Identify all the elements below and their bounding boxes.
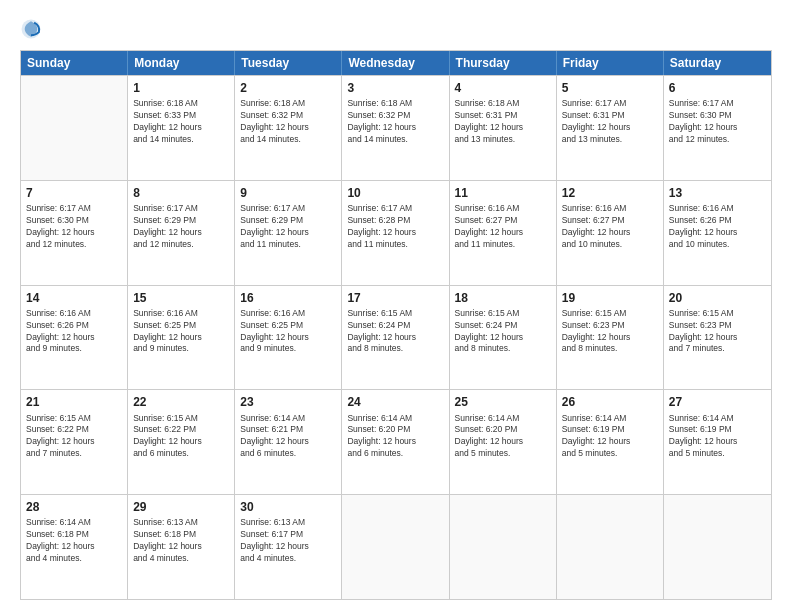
day-number: 26 [562,394,658,410]
cal-header-cell: Monday [128,51,235,75]
calendar-cell: 13Sunrise: 6:16 AM Sunset: 6:26 PM Dayli… [664,181,771,285]
logo-text [20,18,50,40]
calendar-cell: 22Sunrise: 6:15 AM Sunset: 6:22 PM Dayli… [128,390,235,494]
calendar-row: 21Sunrise: 6:15 AM Sunset: 6:22 PM Dayli… [21,389,771,494]
day-info: Sunrise: 6:18 AM Sunset: 6:33 PM Dayligh… [133,98,229,146]
calendar-header: SundayMondayTuesdayWednesdayThursdayFrid… [21,51,771,75]
day-info: Sunrise: 6:16 AM Sunset: 6:25 PM Dayligh… [133,308,229,356]
day-info: Sunrise: 6:14 AM Sunset: 6:19 PM Dayligh… [669,413,766,461]
calendar-cell: 29Sunrise: 6:13 AM Sunset: 6:18 PM Dayli… [128,495,235,599]
calendar-body: 1Sunrise: 6:18 AM Sunset: 6:33 PM Daylig… [21,75,771,599]
day-info: Sunrise: 6:16 AM Sunset: 6:26 PM Dayligh… [26,308,122,356]
calendar-cell: 30Sunrise: 6:13 AM Sunset: 6:17 PM Dayli… [235,495,342,599]
day-info: Sunrise: 6:14 AM Sunset: 6:20 PM Dayligh… [455,413,551,461]
day-info: Sunrise: 6:15 AM Sunset: 6:23 PM Dayligh… [562,308,658,356]
calendar-cell [664,495,771,599]
calendar-cell: 7Sunrise: 6:17 AM Sunset: 6:30 PM Daylig… [21,181,128,285]
logo-icon [20,18,42,40]
day-info: Sunrise: 6:16 AM Sunset: 6:25 PM Dayligh… [240,308,336,356]
calendar-cell: 11Sunrise: 6:16 AM Sunset: 6:27 PM Dayli… [450,181,557,285]
day-info: Sunrise: 6:14 AM Sunset: 6:21 PM Dayligh… [240,413,336,461]
day-number: 24 [347,394,443,410]
calendar: SundayMondayTuesdayWednesdayThursdayFrid… [20,50,772,600]
calendar-row: 14Sunrise: 6:16 AM Sunset: 6:26 PM Dayli… [21,285,771,390]
calendar-cell: 15Sunrise: 6:16 AM Sunset: 6:25 PM Dayli… [128,286,235,390]
day-info: Sunrise: 6:16 AM Sunset: 6:27 PM Dayligh… [455,203,551,251]
day-info: Sunrise: 6:17 AM Sunset: 6:31 PM Dayligh… [562,98,658,146]
day-number: 19 [562,290,658,306]
day-info: Sunrise: 6:15 AM Sunset: 6:22 PM Dayligh… [26,413,122,461]
calendar-cell: 16Sunrise: 6:16 AM Sunset: 6:25 PM Dayli… [235,286,342,390]
day-number: 4 [455,80,551,96]
day-number: 2 [240,80,336,96]
calendar-cell: 25Sunrise: 6:14 AM Sunset: 6:20 PM Dayli… [450,390,557,494]
day-info: Sunrise: 6:17 AM Sunset: 6:29 PM Dayligh… [133,203,229,251]
header [20,18,772,40]
calendar-cell: 27Sunrise: 6:14 AM Sunset: 6:19 PM Dayli… [664,390,771,494]
cal-header-cell: Wednesday [342,51,449,75]
day-info: Sunrise: 6:17 AM Sunset: 6:30 PM Dayligh… [669,98,766,146]
day-info: Sunrise: 6:18 AM Sunset: 6:32 PM Dayligh… [240,98,336,146]
cal-header-cell: Tuesday [235,51,342,75]
calendar-cell: 23Sunrise: 6:14 AM Sunset: 6:21 PM Dayli… [235,390,342,494]
day-info: Sunrise: 6:17 AM Sunset: 6:30 PM Dayligh… [26,203,122,251]
day-number: 1 [133,80,229,96]
day-number: 23 [240,394,336,410]
calendar-cell: 24Sunrise: 6:14 AM Sunset: 6:20 PM Dayli… [342,390,449,494]
day-info: Sunrise: 6:15 AM Sunset: 6:24 PM Dayligh… [455,308,551,356]
calendar-cell: 21Sunrise: 6:15 AM Sunset: 6:22 PM Dayli… [21,390,128,494]
cal-header-cell: Friday [557,51,664,75]
day-number: 22 [133,394,229,410]
day-info: Sunrise: 6:16 AM Sunset: 6:27 PM Dayligh… [562,203,658,251]
day-info: Sunrise: 6:14 AM Sunset: 6:20 PM Dayligh… [347,413,443,461]
calendar-cell: 10Sunrise: 6:17 AM Sunset: 6:28 PM Dayli… [342,181,449,285]
day-info: Sunrise: 6:17 AM Sunset: 6:29 PM Dayligh… [240,203,336,251]
day-number: 27 [669,394,766,410]
cal-header-cell: Thursday [450,51,557,75]
day-number: 15 [133,290,229,306]
day-number: 25 [455,394,551,410]
calendar-cell: 6Sunrise: 6:17 AM Sunset: 6:30 PM Daylig… [664,76,771,180]
day-number: 21 [26,394,122,410]
day-info: Sunrise: 6:14 AM Sunset: 6:19 PM Dayligh… [562,413,658,461]
cal-header-cell: Saturday [664,51,771,75]
day-number: 7 [26,185,122,201]
calendar-row: 28Sunrise: 6:14 AM Sunset: 6:18 PM Dayli… [21,494,771,599]
day-info: Sunrise: 6:18 AM Sunset: 6:31 PM Dayligh… [455,98,551,146]
calendar-cell: 26Sunrise: 6:14 AM Sunset: 6:19 PM Dayli… [557,390,664,494]
calendar-cell: 9Sunrise: 6:17 AM Sunset: 6:29 PM Daylig… [235,181,342,285]
day-info: Sunrise: 6:17 AM Sunset: 6:28 PM Dayligh… [347,203,443,251]
calendar-row: 7Sunrise: 6:17 AM Sunset: 6:30 PM Daylig… [21,180,771,285]
calendar-cell: 8Sunrise: 6:17 AM Sunset: 6:29 PM Daylig… [128,181,235,285]
day-number: 6 [669,80,766,96]
calendar-cell: 17Sunrise: 6:15 AM Sunset: 6:24 PM Dayli… [342,286,449,390]
calendar-cell: 1Sunrise: 6:18 AM Sunset: 6:33 PM Daylig… [128,76,235,180]
day-number: 10 [347,185,443,201]
calendar-cell: 14Sunrise: 6:16 AM Sunset: 6:26 PM Dayli… [21,286,128,390]
day-info: Sunrise: 6:16 AM Sunset: 6:26 PM Dayligh… [669,203,766,251]
day-number: 5 [562,80,658,96]
calendar-cell: 4Sunrise: 6:18 AM Sunset: 6:31 PM Daylig… [450,76,557,180]
day-number: 13 [669,185,766,201]
calendar-cell [557,495,664,599]
day-number: 29 [133,499,229,515]
day-number: 3 [347,80,443,96]
day-info: Sunrise: 6:15 AM Sunset: 6:24 PM Dayligh… [347,308,443,356]
calendar-cell: 18Sunrise: 6:15 AM Sunset: 6:24 PM Dayli… [450,286,557,390]
calendar-cell: 5Sunrise: 6:17 AM Sunset: 6:31 PM Daylig… [557,76,664,180]
day-number: 17 [347,290,443,306]
day-number: 14 [26,290,122,306]
logo [20,18,50,40]
calendar-cell [450,495,557,599]
day-number: 30 [240,499,336,515]
day-number: 12 [562,185,658,201]
page: SundayMondayTuesdayWednesdayThursdayFrid… [0,0,792,612]
day-number: 11 [455,185,551,201]
day-info: Sunrise: 6:15 AM Sunset: 6:22 PM Dayligh… [133,413,229,461]
cal-header-cell: Sunday [21,51,128,75]
day-number: 28 [26,499,122,515]
day-info: Sunrise: 6:18 AM Sunset: 6:32 PM Dayligh… [347,98,443,146]
day-info: Sunrise: 6:13 AM Sunset: 6:17 PM Dayligh… [240,517,336,565]
day-number: 20 [669,290,766,306]
calendar-cell [21,76,128,180]
